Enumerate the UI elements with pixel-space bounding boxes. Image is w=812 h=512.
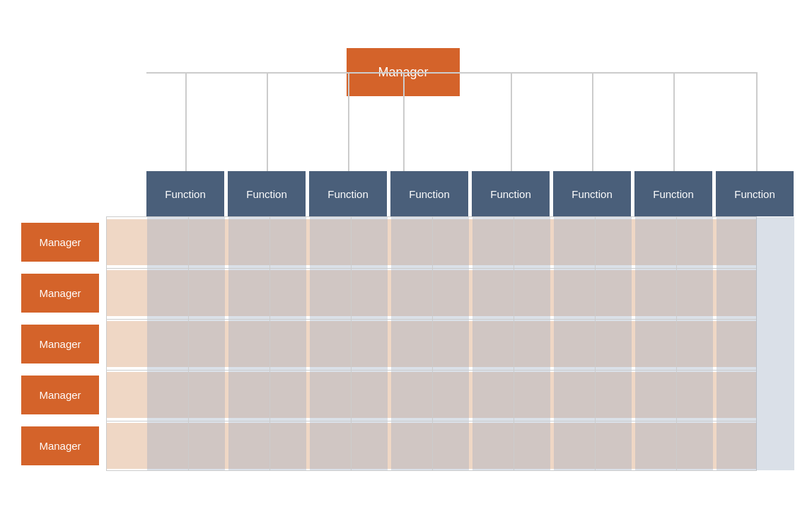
- grid-h-line-2: [107, 370, 756, 371]
- grid-v-line-3: [432, 217, 433, 470]
- diagram-container: Manager Function Function Function Funct…: [0, 0, 812, 512]
- function-box-2: Function: [309, 171, 387, 216]
- v-stripe-4: [472, 217, 550, 470]
- vline-3: [403, 72, 405, 173]
- function-box-7: Function: [716, 171, 794, 216]
- function-box-6: Function: [634, 171, 712, 216]
- manager-box-1: Manager: [21, 274, 99, 313]
- function-label-0: Function: [165, 188, 206, 200]
- grid-v-line-2: [351, 217, 352, 470]
- manager-box-0: Manager: [21, 223, 99, 262]
- function-box-3: Function: [390, 171, 468, 216]
- grid-h-line-0: [107, 268, 756, 269]
- v-stripe-3: [391, 217, 469, 470]
- function-label-6: Function: [653, 188, 694, 200]
- grid-v-line-5: [595, 217, 596, 470]
- manager-label-4: Manager: [39, 440, 81, 452]
- grid-v-line-0: [188, 217, 189, 470]
- vline-5: [592, 72, 593, 173]
- grid-v-line-6: [676, 217, 677, 470]
- function-label-2: Function: [327, 188, 369, 200]
- vline-2: [348, 72, 349, 173]
- manager-label-2: Manager: [39, 338, 81, 350]
- v-stripe-2: [310, 217, 388, 470]
- v-stripe-7: [717, 217, 794, 470]
- function-box-1: Function: [228, 171, 306, 216]
- manager-label-3: Manager: [39, 389, 81, 401]
- function-label-3: Function: [409, 188, 450, 200]
- vline-7: [756, 72, 758, 173]
- vline-6: [673, 72, 675, 173]
- v-stripe-5: [554, 217, 632, 470]
- manager-box-3: Manager: [21, 376, 99, 414]
- function-label-1: Function: [246, 188, 287, 200]
- function-label-7: Function: [734, 188, 775, 200]
- function-label-5: Function: [572, 188, 613, 200]
- vline-1: [267, 72, 268, 173]
- v-stripe-6: [635, 217, 713, 470]
- function-box-4: Function: [472, 171, 550, 216]
- manager-box-2: Manager: [21, 325, 99, 363]
- grid-h-line-3: [107, 421, 756, 421]
- v-stripe-1: [228, 217, 306, 470]
- vline-0: [185, 72, 187, 173]
- vline-4: [511, 72, 512, 173]
- top-horizontal-line: [146, 72, 757, 74]
- function-label-4: Function: [490, 188, 531, 200]
- grid-h-line-1: [107, 319, 756, 320]
- grid-v-line-1: [269, 217, 270, 470]
- manager-box-4: Manager: [21, 426, 99, 465]
- manager-label-1: Manager: [39, 287, 81, 299]
- function-box-0: Function: [146, 171, 224, 216]
- manager-label-0: Manager: [39, 236, 81, 248]
- function-box-5: Function: [553, 171, 631, 216]
- grid-v-line-4: [514, 217, 514, 470]
- grid-area: [106, 216, 757, 471]
- v-stripe-0: [147, 217, 225, 470]
